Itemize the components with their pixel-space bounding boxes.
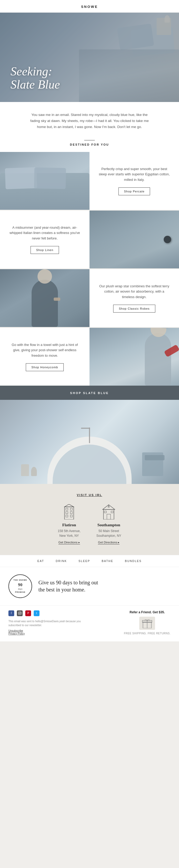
svg-rect-4 <box>70 512 72 514</box>
shop-slate-blue-link[interactable]: SHOP SLATE BLUE <box>70 387 109 399</box>
badge-circle-inner: 90 days <box>18 582 23 590</box>
robes-image <box>0 269 90 327</box>
bath-image-section <box>0 400 179 484</box>
svg-rect-1 <box>66 508 68 510</box>
honeycomb-description: Go with the flow in a towel with just a … <box>8 342 81 359</box>
section-label-destined: DESTINED FOR YOU <box>0 138 179 152</box>
locations-container: Flatiron 158 5th Avenue, New York, NY Ge… <box>10 504 169 545</box>
southampton-icon <box>102 504 115 520</box>
svg-marker-7 <box>65 504 74 507</box>
site-header: SNOWE <box>0 0 179 12</box>
shop-linen-button[interactable]: Shop Linen <box>30 246 59 254</box>
intro-body: You saw me in an email. Stared into my m… <box>26 112 153 130</box>
flatiron-address: 158 5th Avenue, New York, NY <box>58 529 80 538</box>
badge-promise-label: PROMISE <box>15 591 25 594</box>
product-row-honeycomb: Go with the flow in a towel with just a … <box>0 328 179 385</box>
instagram-icon[interactable] <box>17 610 23 616</box>
svg-rect-12 <box>111 511 113 513</box>
svg-point-16 <box>19 613 21 614</box>
linen-content: A midsummer (and year-round) dream, air-… <box>0 211 90 269</box>
social-icons-row: f P t <box>8 610 82 616</box>
shipping-text: FREE SHIPPING. FREE RETURNS. <box>124 632 171 635</box>
nav-item-bathe[interactable]: BATHE <box>96 555 119 567</box>
svg-point-21 <box>147 620 148 621</box>
shop-percale-button[interactable]: Shop Percale <box>119 187 150 195</box>
southampton-location: Southampton 50 Main Street Southampton, … <box>96 504 121 545</box>
flatiron-directions-link[interactable]: Get Directions▸ <box>58 541 80 545</box>
svg-rect-15 <box>19 612 21 615</box>
gift-icon <box>139 617 155 630</box>
linen-image <box>90 211 179 269</box>
shop-robes-button[interactable]: Shop Classic Robes <box>113 305 155 313</box>
nav-item-bundles[interactable]: BUNDLES <box>119 555 147 567</box>
percale-content: Perfectly crisp and super smooth, your b… <box>90 152 179 210</box>
footer-links: Unsubscribe Privacy Policy <box>8 629 82 635</box>
southampton-address: 50 Main Street Southampton, NY <box>96 529 121 538</box>
southampton-name: Southampton <box>97 523 120 527</box>
southampton-directions-link[interactable]: Get Directions▸ <box>98 541 120 545</box>
linen-description: A midsummer (and year-round) dream, air-… <box>8 225 81 241</box>
svg-rect-2 <box>70 508 72 510</box>
privacy-link[interactable]: Privacy Policy <box>8 632 82 635</box>
product-row-percale: Perfectly crisp and super smooth, your b… <box>0 152 179 210</box>
nav-item-eat[interactable]: EAT <box>32 555 50 567</box>
nav-item-drink[interactable]: DRINK <box>50 555 73 567</box>
honeycomb-image <box>90 328 179 385</box>
nav-bar: EAT DRINK SLEEP BATHE BUNDLES <box>0 555 179 567</box>
product-row-linen: A midsummer (and year-round) dream, air-… <box>0 211 179 269</box>
brand-name: SNOWE <box>81 5 98 9</box>
hero-title: Seeking: Slate Blue <box>10 65 60 91</box>
hero-section: Seeking: Slate Blue <box>0 12 179 102</box>
svg-point-17 <box>20 612 21 613</box>
promise-section: THE SNOWE 90 days PROMISE Give us 90 day… <box>0 567 179 606</box>
unsubscribe-link[interactable]: Unsubscribe <box>8 629 82 632</box>
promise-badge: THE SNOWE 90 days PROMISE <box>8 575 32 598</box>
visit-section: VISIT US IRL Flatiron 158 5th Avenu <box>0 484 179 555</box>
referral-text: Refer a Friend. Get $35. <box>129 610 165 614</box>
promise-text: Give us 90 days to bring out the best in… <box>39 579 98 593</box>
shop-honeycomb-button[interactable]: Shop Honeycomb <box>26 363 63 371</box>
svg-rect-10 <box>107 514 110 520</box>
svg-rect-3 <box>66 512 68 514</box>
product-grid: Perfectly crisp and super smooth, your b… <box>0 152 179 385</box>
intro-section: You saw me in an email. Stared into my m… <box>0 102 179 138</box>
svg-rect-6 <box>70 515 72 517</box>
twitter-icon[interactable]: t <box>34 610 40 616</box>
footer-left: f P t This email was sent to hello@Smiss… <box>8 610 82 635</box>
badge-top-text: THE SNOWE <box>14 579 27 582</box>
social-footer: f P t This email was sent to hello@Smiss… <box>0 606 179 642</box>
badge-days-number: 90 <box>18 582 23 588</box>
pinterest-icon[interactable]: P <box>25 610 31 616</box>
percale-image <box>0 152 90 210</box>
product-row-robes: Our plush wrap star combines the softest… <box>0 269 179 327</box>
visit-label: VISIT US IRL <box>10 493 169 497</box>
footer-fine-print: This email was sent to hello@SmisseDavis… <box>8 619 82 627</box>
percale-description: Perfectly crisp and super smooth, your b… <box>98 166 171 183</box>
flatiron-icon <box>63 504 76 520</box>
badge-days-label: days <box>18 588 23 590</box>
flatiron-name: Flatiron <box>62 523 76 527</box>
svg-rect-11 <box>104 511 106 513</box>
cta-bar: SHOP SLATE BLUE <box>0 385 179 400</box>
nav-item-sleep[interactable]: SLEEP <box>73 555 96 567</box>
facebook-icon[interactable]: f <box>8 610 14 616</box>
honeycomb-content: Go with the flow in a towel with just a … <box>0 328 90 385</box>
flatiron-location: Flatiron 158 5th Avenue, New York, NY Ge… <box>58 504 80 545</box>
robes-content: Our plush wrap star combines the softest… <box>90 269 179 327</box>
svg-rect-5 <box>66 515 68 517</box>
referral-box: Refer a Friend. Get $35. FREE SHIPPING. … <box>124 610 171 635</box>
robes-description: Our plush wrap star combines the softest… <box>98 284 171 300</box>
